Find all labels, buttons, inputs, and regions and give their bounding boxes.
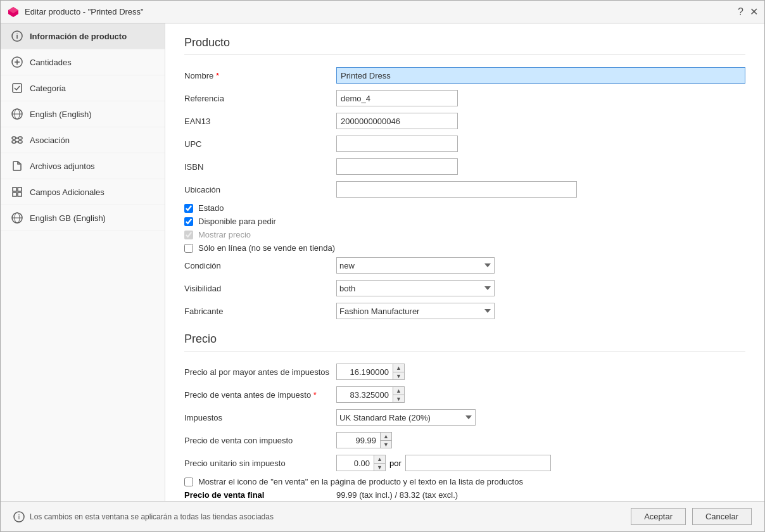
precio-unitario-down[interactable]: ▼ bbox=[374, 463, 386, 471]
ean13-row: EAN13 bbox=[184, 112, 745, 130]
upc-row: UPC bbox=[184, 135, 745, 153]
sidebar-item-categoria[interactable]: Categoría bbox=[1, 75, 165, 101]
svg-text:i: i bbox=[16, 32, 18, 40]
nombre-label: Nombre * bbox=[184, 71, 336, 80]
close-button[interactable]: ✕ bbox=[750, 6, 758, 18]
isbn-row: ISBN bbox=[184, 158, 745, 175]
mostrar-venta-checkbox[interactable] bbox=[184, 478, 193, 486]
svg-rect-11 bbox=[12, 137, 16, 139]
sidebar-label-english: English (English) bbox=[30, 110, 92, 119]
svg-rect-17 bbox=[13, 187, 16, 191]
isbn-input[interactable] bbox=[336, 158, 458, 175]
ubicacion-label: Ubicación bbox=[184, 185, 336, 194]
precio-venta-label: Precio de venta antes de impuesto * bbox=[184, 390, 336, 400]
precio-unitario-row: Precio unitario sin impuesto ▲ ▼ por bbox=[184, 454, 745, 472]
precio-unitario-por: por bbox=[389, 459, 401, 468]
svg-rect-15 bbox=[18, 141, 22, 143]
precio-unitario-up[interactable]: ▲ bbox=[374, 455, 386, 463]
ubicacion-row: Ubicación bbox=[184, 180, 745, 198]
sidebar-item-cantidades[interactable]: Cantidades bbox=[1, 49, 165, 75]
condicion-row: Condición new used refurbished bbox=[184, 256, 745, 274]
svg-rect-19 bbox=[13, 193, 16, 196]
svg-rect-18 bbox=[18, 187, 22, 191]
english-icon bbox=[11, 108, 23, 120]
sidebar-item-campos[interactable]: Campos Adicionales bbox=[1, 179, 165, 205]
svg-text:i: i bbox=[18, 513, 20, 521]
precio-final-label: Precio de venta final bbox=[184, 490, 336, 500]
ean13-input[interactable] bbox=[336, 113, 458, 129]
campos-icon bbox=[11, 186, 23, 198]
nombre-input[interactable] bbox=[336, 67, 745, 84]
isbn-label: ISBN bbox=[184, 162, 336, 172]
precio-unitario-label: Precio unitario sin impuesto bbox=[184, 459, 336, 468]
main-content: Producto Nombre * Referencia EAN13 bbox=[165, 23, 764, 501]
precio-unitario-spinbox: ▲ ▼ bbox=[336, 455, 386, 471]
precio-mayor-down[interactable]: ▼ bbox=[393, 372, 405, 380]
precio-unitario-input[interactable] bbox=[336, 455, 374, 471]
fabricante-select[interactable]: Fashion Manufacturer Other bbox=[336, 303, 495, 319]
archivos-icon bbox=[11, 160, 23, 172]
precio-venta-up[interactable]: ▲ bbox=[393, 386, 405, 395]
precio-con-impuesto-down[interactable]: ▼ bbox=[381, 440, 392, 448]
title-bar-left: Editar producto - "Printed Dress" bbox=[7, 6, 144, 18]
nombre-required: * bbox=[216, 71, 219, 80]
condicion-label: Condición bbox=[184, 261, 336, 270]
precio-venta-spinbox: ▲ ▼ bbox=[336, 386, 405, 403]
precio-unitario-unit-input[interactable] bbox=[405, 455, 551, 471]
window-title: Editar producto - "Printed Dress" bbox=[25, 7, 144, 16]
referencia-input[interactable] bbox=[336, 90, 458, 106]
help-button[interactable]: ? bbox=[738, 6, 743, 18]
precio-final-row: Precio de venta final 99.99 (tax incl.) … bbox=[184, 490, 745, 500]
precio-venta-input[interactable] bbox=[336, 386, 393, 403]
cantidades-icon bbox=[11, 56, 23, 68]
precio-venta-spinbox-btns: ▲ ▼ bbox=[393, 386, 405, 403]
sidebar-item-english[interactable]: English (English) bbox=[1, 101, 165, 127]
sidebar-label-categoria: Categoría bbox=[30, 84, 66, 93]
sidebar-item-asociacion[interactable]: Asociación bbox=[1, 127, 165, 153]
mostrar-precio-checkbox[interactable] bbox=[184, 231, 193, 239]
precio-venta-row: Precio de venta antes de impuesto * ▲ ▼ bbox=[184, 386, 745, 403]
sidebar-item-archivos[interactable]: Archivos adjuntos bbox=[1, 153, 165, 179]
visibilidad-select[interactable]: both catalog search none bbox=[336, 280, 495, 296]
sidebar: i Información de producto Cantidades Cat… bbox=[1, 23, 165, 501]
window-body: i Información de producto Cantidades Cat… bbox=[1, 23, 764, 501]
sidebar-label-english-gb: English GB (English) bbox=[30, 213, 106, 223]
condicion-select[interactable]: new used refurbished bbox=[336, 257, 495, 274]
sidebar-label-info: Información de producto bbox=[30, 32, 127, 41]
ean13-label: EAN13 bbox=[184, 117, 336, 126]
referencia-label: Referencia bbox=[184, 94, 336, 103]
cancelar-button[interactable]: Cancelar bbox=[692, 508, 752, 525]
disponible-checkbox[interactable] bbox=[184, 217, 193, 226]
solo-online-row: Sólo en línea (no se vende en tienda) bbox=[184, 243, 745, 253]
precio-mayor-input[interactable] bbox=[336, 364, 393, 380]
precio-mayor-row: Precio al por mayor antes de impuestos ▲… bbox=[184, 363, 745, 381]
precio-mayor-up[interactable]: ▲ bbox=[393, 364, 405, 372]
aceptar-button[interactable]: Aceptar bbox=[631, 508, 686, 525]
precio-con-impuesto-input[interactable] bbox=[336, 432, 381, 448]
estado-checkbox[interactable] bbox=[184, 204, 193, 213]
visibilidad-row: Visibilidad both catalog search none bbox=[184, 279, 745, 297]
solo-online-checkbox[interactable] bbox=[184, 244, 193, 253]
footer-info: i Los cambios en esta ventana se aplicar… bbox=[13, 511, 274, 522]
fabricante-label: Fabricante bbox=[184, 307, 336, 316]
impuestos-select[interactable]: UK Standard Rate (20%) None 5% bbox=[336, 409, 476, 426]
sidebar-label-asociacion: Asociación bbox=[30, 136, 70, 145]
fabricante-row: Fabricante Fashion Manufacturer Other bbox=[184, 302, 745, 320]
precio-con-impuesto-spinbox: ▲ ▼ bbox=[336, 432, 392, 448]
precio-venta-down[interactable]: ▼ bbox=[393, 395, 405, 403]
precio-con-impuesto-spinbox-btns: ▲ ▼ bbox=[381, 432, 392, 448]
info-footer-icon: i bbox=[13, 511, 25, 522]
precio-con-impuesto-up[interactable]: ▲ bbox=[381, 432, 392, 440]
sidebar-item-info[interactable]: i Información de producto bbox=[1, 23, 165, 49]
precio-con-impuesto-row: Precio de venta con impuesto ▲ ▼ bbox=[184, 431, 745, 449]
footer-buttons: Aceptar Cancelar bbox=[631, 508, 752, 525]
ubicacion-input[interactable] bbox=[336, 181, 577, 198]
upc-input[interactable] bbox=[336, 136, 458, 152]
svg-rect-12 bbox=[18, 137, 22, 139]
main-window: Editar producto - "Printed Dress" ? ✕ i … bbox=[0, 0, 765, 532]
sidebar-item-english-gb[interactable]: English GB (English) bbox=[1, 205, 165, 231]
visibilidad-label: Visibilidad bbox=[184, 284, 336, 293]
mostrar-venta-row: Mostrar el icono de "en venta" en la pág… bbox=[184, 477, 745, 486]
precio-venta-required: * bbox=[313, 390, 317, 400]
precio-unitario-spinbox-btns: ▲ ▼ bbox=[374, 455, 386, 471]
